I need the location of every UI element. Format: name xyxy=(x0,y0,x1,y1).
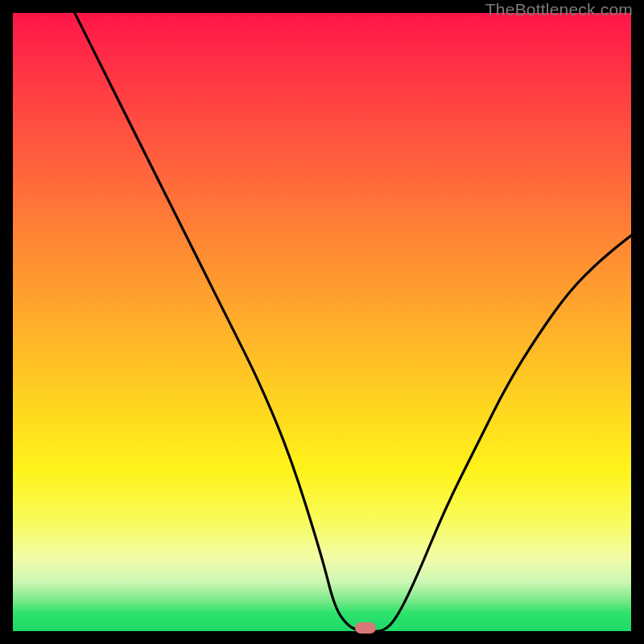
plot-area xyxy=(13,13,631,631)
attribution-text: TheBottleneck.com xyxy=(485,0,633,19)
bottleneck-curve xyxy=(13,13,631,631)
optimal-marker xyxy=(355,622,376,634)
chart-frame: TheBottleneck.com xyxy=(0,0,644,644)
